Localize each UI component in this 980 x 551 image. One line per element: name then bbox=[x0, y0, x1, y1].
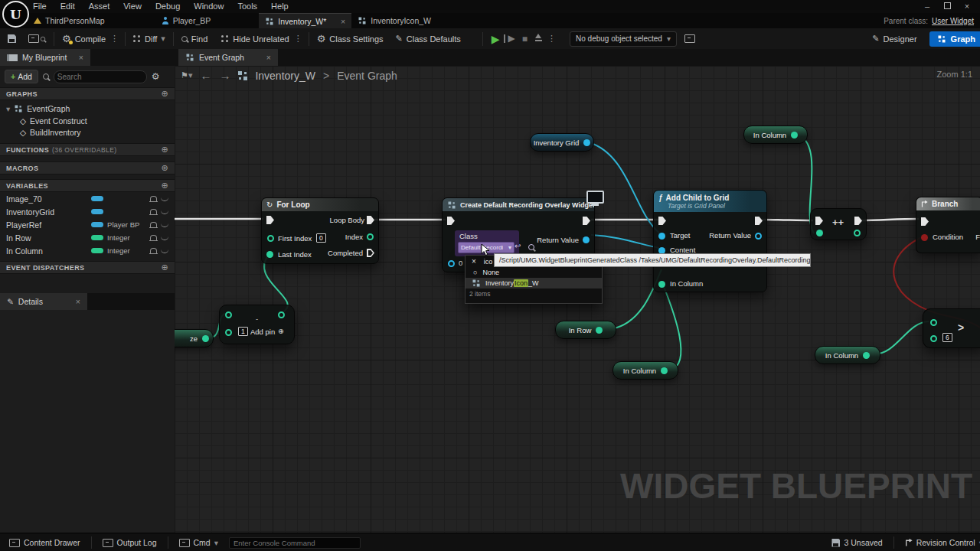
subtract-in-pin-1[interactable] bbox=[225, 311, 232, 318]
loop-body-pin[interactable] bbox=[367, 216, 374, 224]
revision-control-button[interactable]: Revision Control ▾ bbox=[902, 538, 980, 547]
event-dispatchers-section-header[interactable]: EVENT DISPATCHERS ⊕ bbox=[0, 261, 175, 274]
target-pin[interactable] bbox=[658, 233, 665, 240]
save-button[interactable] bbox=[5, 34, 19, 43]
my-blueprint-tab[interactable]: My Blueprint × bbox=[0, 49, 90, 66]
cmd-dropdown[interactable]: Cmd ▾ bbox=[176, 538, 221, 547]
menu-file[interactable]: File bbox=[26, 0, 54, 13]
completed-pin[interactable] bbox=[367, 249, 374, 257]
expand-icon[interactable]: ▾ bbox=[6, 104, 10, 113]
content-drawer-button[interactable]: Content Drawer bbox=[6, 538, 83, 547]
hide-unrelated-button[interactable]: Hide Unrelated bbox=[218, 34, 292, 44]
graph-button[interactable]: Graph bbox=[929, 31, 980, 47]
visibility-icon[interactable] bbox=[161, 223, 168, 227]
functions-section-header[interactable]: FUNCTIONS (36 OVERRIDABLE) ⊕ bbox=[0, 143, 175, 156]
reset-class-icon[interactable]: ↩ bbox=[514, 242, 521, 250]
int-pin[interactable] bbox=[202, 335, 209, 342]
visibility-icon[interactable] bbox=[161, 210, 168, 214]
frame-skip-button[interactable]: ▶ bbox=[504, 34, 518, 43]
add-dispatcher-icon[interactable]: ⊕ bbox=[161, 262, 168, 272]
getter-size-clipped[interactable]: ze bbox=[175, 329, 214, 347]
exec-in-pin[interactable] bbox=[447, 217, 455, 225]
menu-window[interactable]: Window bbox=[187, 0, 230, 13]
getter-inventory-grid[interactable]: Inventory Grid bbox=[530, 133, 594, 152]
graphs-section-header[interactable]: GRAPHS ⊕ bbox=[0, 87, 175, 100]
int-pin[interactable] bbox=[791, 132, 798, 139]
return-value-pin[interactable] bbox=[583, 236, 590, 243]
int-pin[interactable] bbox=[863, 352, 870, 359]
bell-icon[interactable] bbox=[150, 235, 157, 240]
close-details-icon[interactable]: × bbox=[76, 297, 80, 306]
sidebar-item-event-construct[interactable]: ◇ Event Construct bbox=[0, 115, 175, 126]
picker-option-inventoryicon[interactable]: InventoryIcon_W bbox=[466, 278, 602, 289]
unsaved-button[interactable]: 3 Unsaved bbox=[828, 538, 885, 547]
node-increment[interactable]: ++ bbox=[810, 208, 867, 240]
close-panel-icon[interactable]: × bbox=[79, 53, 83, 62]
breadcrumb-root[interactable]: Inventory_W bbox=[255, 70, 315, 82]
output-log-button[interactable]: Output Log bbox=[100, 538, 160, 547]
menu-view[interactable]: View bbox=[116, 0, 149, 13]
menu-asset[interactable]: Asset bbox=[82, 0, 117, 13]
variable-type-pill[interactable] bbox=[91, 209, 103, 214]
picker-option-none[interactable]: ○ None bbox=[466, 267, 602, 278]
close-graph-tab-icon[interactable]: × bbox=[266, 53, 271, 62]
sidebar-item-eventgraph[interactable]: ▾ EventGraph bbox=[0, 102, 175, 115]
add-pin-label[interactable]: Add pin bbox=[250, 328, 275, 336]
bell-icon[interactable] bbox=[150, 248, 157, 253]
add-variable-icon[interactable]: ⊕ bbox=[161, 181, 168, 191]
greater-value[interactable]: 6 bbox=[942, 333, 952, 342]
index-pin[interactable] bbox=[367, 233, 374, 240]
exec-out-pin[interactable] bbox=[854, 217, 862, 225]
play-options-icon[interactable]: ⋮ bbox=[546, 34, 557, 44]
bell-icon[interactable] bbox=[150, 196, 157, 201]
add-graph-icon[interactable]: ⊕ bbox=[161, 89, 168, 99]
variable-row[interactable]: PlayerRef Player BP bbox=[0, 218, 175, 231]
panel-settings-icon[interactable]: ⚙ bbox=[152, 72, 160, 82]
picker-search-text[interactable]: ico bbox=[484, 258, 493, 266]
find-button[interactable]: Find bbox=[178, 34, 211, 44]
menu-tools[interactable]: Tools bbox=[230, 0, 264, 13]
variable-type-pill[interactable] bbox=[91, 235, 103, 240]
bookmark-icon[interactable]: ⚑▾ bbox=[181, 70, 192, 80]
condition-pin[interactable] bbox=[921, 234, 928, 241]
parent-class-link[interactable]: User Widget bbox=[932, 17, 974, 25]
variable-row[interactable]: In Row Integer bbox=[0, 231, 175, 244]
variable-row[interactable]: Image_70 bbox=[0, 192, 175, 205]
first-index-pin[interactable] bbox=[267, 235, 274, 242]
node-subtract[interactable]: 1 - Add pin ⊕ bbox=[219, 305, 295, 344]
debug-browse-button[interactable] bbox=[681, 34, 698, 43]
diff-button[interactable]: Diff ▾ bbox=[130, 34, 168, 44]
node-greater-than[interactable]: 6 > bbox=[923, 308, 980, 348]
visibility-icon[interactable] bbox=[161, 236, 168, 240]
variable-type-pill[interactable] bbox=[91, 196, 103, 201]
exec-out-pin[interactable] bbox=[755, 217, 763, 225]
exec-in-pin[interactable] bbox=[658, 217, 666, 225]
search-input[interactable] bbox=[54, 70, 147, 83]
tab-inventoryicon-w[interactable]: InventoryIcon_W bbox=[351, 13, 437, 28]
hide-unrelated-options-icon[interactable]: ⋮ bbox=[292, 34, 304, 44]
close-button[interactable]: × bbox=[957, 1, 977, 12]
debug-object-dropdown[interactable]: No debug object selected ▾ bbox=[570, 31, 677, 47]
exec-out-pin[interactable] bbox=[583, 217, 590, 225]
details-tab[interactable]: ✎ Details × bbox=[0, 293, 87, 310]
macros-section-header[interactable]: MACROS ⊕ bbox=[0, 161, 175, 174]
node-header[interactable]: ƒAdd Child to Grid Target is Grid Panel bbox=[654, 191, 766, 212]
return-value-pin[interactable] bbox=[755, 233, 762, 240]
node-header[interactable]: Branch bbox=[916, 197, 980, 210]
variables-section-header[interactable]: VARIABLES ⊕ bbox=[0, 179, 175, 192]
breadcrumb-leaf[interactable]: Event Graph bbox=[337, 70, 397, 82]
add-button[interactable]: + Add bbox=[5, 70, 38, 83]
add-pin-icon[interactable]: ⊕ bbox=[278, 327, 284, 335]
int-pin[interactable] bbox=[596, 327, 603, 334]
compile-button[interactable]: ⚙ Compile bbox=[59, 34, 109, 44]
getter-in-row[interactable]: In Row bbox=[555, 321, 616, 339]
variable-type-pill[interactable] bbox=[91, 248, 103, 253]
node-add-child-to-grid[interactable]: ƒAdd Child to Grid Target is Grid Panel … bbox=[653, 190, 767, 292]
node-header[interactable]: Create Default Recording Overlay Widget bbox=[443, 198, 594, 211]
getter-in-column-mid[interactable]: In Column bbox=[612, 361, 678, 380]
node-branch[interactable]: Branch Condition F bbox=[916, 197, 980, 253]
subtract-in-pin-2[interactable] bbox=[225, 329, 232, 336]
first-index-value[interactable]: 0 bbox=[316, 233, 326, 243]
in-column-pin[interactable] bbox=[658, 281, 665, 288]
play-button[interactable]: ▶ bbox=[488, 33, 504, 45]
